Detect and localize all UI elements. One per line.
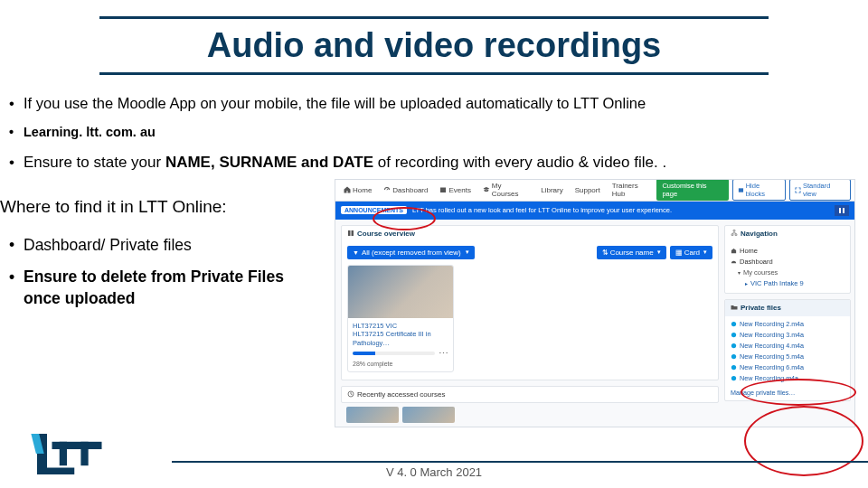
nav-trainers-label: Trainers Hub bbox=[612, 182, 653, 198]
nav-events[interactable]: Events bbox=[435, 179, 475, 201]
recent-thumb[interactable] bbox=[346, 407, 399, 423]
bullet-ensure-strong: NAME, SURNAME and DATE bbox=[165, 154, 373, 171]
course-name: HLT37215 Certificate III in Pathology… bbox=[353, 330, 448, 347]
svg-point-4 bbox=[731, 343, 736, 348]
view-card[interactable]: ▦Card bbox=[670, 246, 712, 259]
course-overview-head: Course overview bbox=[342, 226, 718, 242]
tree-home[interactable]: Home bbox=[731, 246, 844, 257]
nav-home[interactable]: Home bbox=[339, 179, 376, 201]
svg-rect-11 bbox=[80, 442, 88, 465]
hide-icon bbox=[738, 187, 744, 193]
tree-dashboard-label: Dashboard bbox=[740, 258, 773, 266]
file-item[interactable]: New Recording 5.m4a bbox=[731, 352, 844, 362]
nav-events-label: Events bbox=[448, 186, 470, 194]
progress-text: 28% complete bbox=[348, 361, 453, 371]
audio-file-icon bbox=[731, 375, 737, 381]
nav-dashboard-label: Dashboard bbox=[392, 186, 428, 194]
svg-point-2 bbox=[731, 322, 736, 326]
announce-tag: ANNOUNCEMENTS bbox=[341, 206, 407, 214]
folder-icon bbox=[731, 304, 738, 311]
standard-view-button[interactable]: Standard view bbox=[789, 179, 851, 201]
ltt-logo bbox=[27, 428, 107, 479]
nav-home-label: Home bbox=[353, 186, 372, 194]
view-card-label: Card bbox=[684, 249, 700, 257]
nav-support-label: Support bbox=[575, 186, 600, 194]
navigation-head-label: Navigation bbox=[741, 230, 778, 238]
svg-point-6 bbox=[731, 365, 736, 370]
nav-dashboard[interactable]: Dashboard bbox=[379, 179, 432, 201]
navigation-panel: Navigation Home Dashboard ▾My courses ▸V… bbox=[724, 225, 851, 294]
version-text: V 4. 0 March 2021 bbox=[0, 465, 868, 479]
sitemap-icon bbox=[731, 230, 738, 237]
card-menu-icon[interactable]: ⋯ bbox=[439, 351, 448, 356]
sort-name-label: Course name bbox=[610, 249, 654, 257]
book-icon bbox=[347, 230, 354, 237]
sc-nav: Home Dashboard Events My Courses Library… bbox=[339, 179, 656, 201]
svg-point-3 bbox=[731, 333, 736, 337]
file-label: New Recording.m4a bbox=[740, 374, 798, 382]
main-bullets: If you use the Moodle App on your mobile… bbox=[0, 88, 868, 179]
svg-point-5 bbox=[731, 354, 736, 359]
tree-course[interactable]: ▸VIC Path Intake 9 bbox=[731, 278, 844, 289]
nav-support[interactable]: Support bbox=[571, 179, 605, 201]
svg-rect-0 bbox=[739, 188, 743, 192]
file-item[interactable]: New Recording 4.m4a bbox=[731, 341, 844, 352]
course-card[interactable]: HLT37215 VIC HLT37215 Certificate III in… bbox=[347, 265, 454, 372]
file-label: New Recording 5.m4a bbox=[740, 352, 804, 361]
grad-icon bbox=[483, 186, 490, 193]
recent-thumb[interactable] bbox=[402, 407, 455, 423]
ltt-screenshot: Home Dashboard Events My Courses Library… bbox=[335, 179, 855, 427]
where-heading: Where to find it in LTT Online: bbox=[0, 197, 335, 217]
manage-private-files[interactable]: Manage private files… bbox=[725, 387, 850, 400]
nav-trainers[interactable]: Trainers Hub bbox=[608, 179, 657, 201]
svg-point-7 bbox=[731, 376, 736, 380]
tree-mycourses[interactable]: ▾My courses bbox=[731, 267, 844, 278]
bullet-moodle: If you use the Moodle App on your mobile… bbox=[5, 88, 855, 118]
footer-rule bbox=[172, 461, 868, 463]
recent-courses-label: Recently accessed courses bbox=[357, 390, 445, 399]
calendar-icon bbox=[439, 186, 447, 193]
file-label: New Recording 6.m4a bbox=[740, 363, 804, 371]
bullet-ensure: Ensure to state your NAME, SURNAME and D… bbox=[5, 147, 855, 179]
private-files-panel: Private files New Recording 2.m4a New Re… bbox=[724, 299, 851, 401]
nav-mycourses[interactable]: My Courses bbox=[478, 179, 533, 201]
sc-announcement: ANNOUNCEMENTS LTT has rolled out a new l… bbox=[335, 202, 854, 220]
file-item[interactable]: New Recording 6.m4a bbox=[731, 362, 844, 373]
hide-blocks-button[interactable]: Hide blocks bbox=[732, 179, 786, 201]
course-card-image bbox=[348, 266, 453, 318]
file-label: New Recording 3.m4a bbox=[740, 331, 804, 339]
course-code: HLT37215 VIC bbox=[353, 322, 448, 330]
file-item[interactable]: New Recording 2.m4a bbox=[731, 319, 844, 330]
right-column: Home Dashboard Events My Courses Library… bbox=[335, 179, 868, 427]
bullet-delete: Ensure to delete from Private Files once… bbox=[5, 261, 322, 314]
sort-name[interactable]: ⇅Course name bbox=[597, 246, 666, 259]
private-files-head: Private files bbox=[725, 300, 850, 316]
nav-library[interactable]: Library bbox=[536, 179, 567, 201]
home-icon bbox=[344, 186, 351, 193]
file-item[interactable]: New Recording 3.m4a bbox=[731, 330, 844, 341]
tree-dashboard[interactable]: Dashboard bbox=[731, 257, 844, 267]
bullet-ensure-post: of recording with every audio & video fi… bbox=[373, 154, 666, 171]
bottom-rule bbox=[99, 72, 769, 75]
gauge-icon bbox=[383, 186, 391, 193]
tree-mycourses-label: My courses bbox=[743, 268, 778, 277]
file-label: New Recording 4.m4a bbox=[740, 342, 804, 350]
announce-pause[interactable] bbox=[835, 205, 849, 216]
audio-file-icon bbox=[731, 364, 737, 371]
recent-thumbs bbox=[341, 403, 719, 423]
filter-label: All (except removed from view) bbox=[362, 249, 461, 257]
sc-topbar: Home Dashboard Events My Courses Library… bbox=[335, 180, 854, 202]
file-label: New Recording 2.m4a bbox=[740, 320, 804, 328]
customise-button[interactable]: Customise this page bbox=[656, 179, 728, 201]
navigation-head: Navigation bbox=[725, 226, 850, 242]
tree-course-label: VIC Path Intake 9 bbox=[750, 279, 804, 287]
sc-right-buttons: Customise this page Hide blocks Standard… bbox=[656, 179, 851, 201]
svg-marker-8 bbox=[37, 434, 74, 474]
clock-icon bbox=[347, 390, 354, 398]
sc-main: Course overview ▼All (except removed fro… bbox=[335, 220, 724, 427]
file-item[interactable]: New Recording.m4a bbox=[731, 373, 844, 384]
sc-sidebar: Navigation Home Dashboard ▾My courses ▸V… bbox=[724, 220, 854, 427]
progress-bar bbox=[353, 352, 435, 355]
left-bullets: Dashboard/ Private files Ensure to delet… bbox=[0, 230, 335, 315]
filter-dropdown[interactable]: ▼All (except removed from view) bbox=[347, 246, 475, 259]
